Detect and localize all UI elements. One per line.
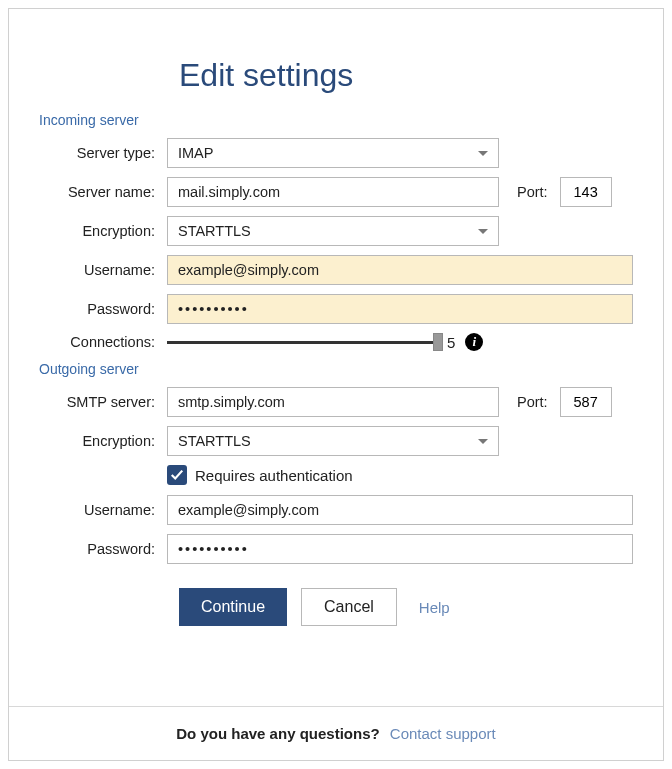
- incoming-password-input[interactable]: ••••••••••: [167, 294, 633, 324]
- slider-thumb[interactable]: [433, 333, 443, 351]
- outgoing-port-label: Port:: [517, 394, 548, 410]
- outgoing-password-label: Password:: [9, 541, 167, 557]
- outgoing-username-input[interactable]: example@simply.com: [167, 495, 633, 525]
- server-name-input[interactable]: mail.simply.com: [167, 177, 499, 207]
- chevron-down-icon: [478, 151, 488, 156]
- connections-value: 5: [447, 334, 455, 351]
- incoming-username-input[interactable]: example@simply.com: [167, 255, 633, 285]
- incoming-port-label: Port:: [517, 184, 548, 200]
- incoming-port-input[interactable]: 143: [560, 177, 612, 207]
- outgoing-encryption-value: STARTTLS: [178, 433, 251, 449]
- server-type-label: Server type:: [9, 145, 167, 161]
- page-title: Edit settings: [179, 57, 663, 94]
- connections-label: Connections:: [9, 334, 167, 350]
- check-icon: [170, 468, 184, 482]
- incoming-encryption-label: Encryption:: [9, 223, 167, 239]
- incoming-username-label: Username:: [9, 262, 167, 278]
- contact-support-link[interactable]: Contact support: [390, 725, 496, 742]
- incoming-header: Incoming server: [39, 112, 663, 128]
- requires-auth-checkbox[interactable]: [167, 465, 187, 485]
- connections-slider[interactable]: [167, 341, 437, 344]
- server-name-label: Server name:: [9, 184, 167, 200]
- incoming-encryption-value: STARTTLS: [178, 223, 251, 239]
- server-type-select[interactable]: IMAP: [167, 138, 499, 168]
- outgoing-header: Outgoing server: [39, 361, 663, 377]
- outgoing-username-label: Username:: [9, 502, 167, 518]
- smtp-server-label: SMTP server:: [9, 394, 167, 410]
- info-icon[interactable]: i: [465, 333, 483, 351]
- smtp-server-input[interactable]: smtp.simply.com: [167, 387, 499, 417]
- server-type-value: IMAP: [178, 145, 213, 161]
- incoming-encryption-select[interactable]: STARTTLS: [167, 216, 499, 246]
- continue-button[interactable]: Continue: [179, 588, 287, 626]
- chevron-down-icon: [478, 439, 488, 444]
- outgoing-password-input[interactable]: ••••••••••: [167, 534, 633, 564]
- settings-panel: Edit settings Incoming server Server typ…: [8, 8, 664, 761]
- incoming-password-label: Password:: [9, 301, 167, 317]
- footer: Do you have any questions? Contact suppo…: [9, 706, 663, 760]
- outgoing-encryption-label: Encryption:: [9, 433, 167, 449]
- cancel-button[interactable]: Cancel: [301, 588, 397, 626]
- chevron-down-icon: [478, 229, 488, 234]
- footer-question: Do you have any questions?: [176, 725, 379, 742]
- requires-auth-label: Requires authentication: [195, 467, 353, 484]
- outgoing-port-input[interactable]: 587: [560, 387, 612, 417]
- help-link[interactable]: Help: [419, 599, 450, 616]
- outgoing-encryption-select[interactable]: STARTTLS: [167, 426, 499, 456]
